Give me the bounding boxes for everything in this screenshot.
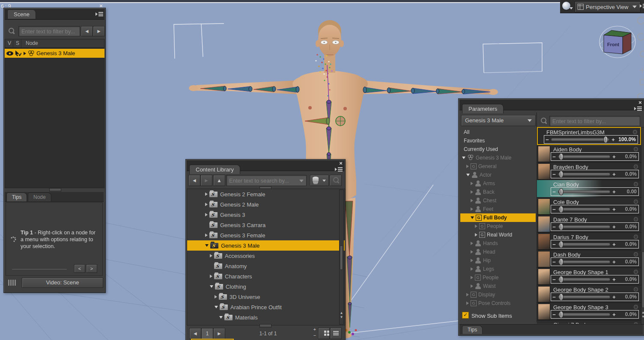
category-expand-icon[interactable] — [471, 182, 473, 185]
category-expand-icon[interactable] — [462, 157, 465, 159]
slider-track[interactable] — [558, 173, 610, 176]
tree-expand-icon[interactable] — [219, 316, 223, 319]
slider-track[interactable] — [558, 225, 610, 228]
tree-expand-icon[interactable] — [205, 192, 208, 196]
cl-scrollbar[interactable]: ▲ ▼ — [339, 189, 344, 325]
param-category-item[interactable]: Arms — [460, 179, 536, 188]
param-category-item[interactable]: GDisplay — [460, 290, 536, 299]
cl-scroll-up-icon[interactable]: ▲ — [340, 311, 343, 315]
slider-track[interactable] — [558, 243, 610, 246]
param-scrollbar-thumb[interactable] — [642, 251, 644, 308]
content-tree-item[interactable]: Genesis 3 Carrara — [187, 220, 345, 230]
param-tips-tab[interactable]: Tips — [462, 325, 483, 334]
slider-decrement-button[interactable]: − — [551, 171, 557, 177]
scene-tab[interactable]: Scene — [7, 9, 36, 19]
parameters-menu-icon[interactable] — [634, 106, 642, 112]
scene-splitter-grip[interactable] — [49, 188, 61, 192]
cl-zoom-out-button[interactable]: − — [312, 333, 318, 338]
category-expand-icon[interactable] — [471, 242, 473, 245]
param-category-item[interactable]: Genesis 3 Male — [460, 154, 536, 162]
content-tree-item[interactable]: Genesis 3 Female — [187, 230, 345, 240]
content-tree-item[interactable]: Arabian Prince Outfit — [187, 302, 345, 312]
param-scrollbar[interactable]: ▲ ▼ — [641, 127, 644, 325]
param-scroll-down-icon[interactable]: ▼ — [641, 315, 644, 319]
tip-next-button[interactable]: > — [86, 264, 97, 273]
cl-database-button[interactable] — [310, 175, 329, 186]
selection-cursor-icon[interactable] — [15, 50, 21, 56]
category-expand-icon[interactable] — [471, 207, 473, 211]
slider-increment-button[interactable]: + — [611, 276, 617, 283]
slider-decrement-button[interactable]: − — [551, 276, 557, 283]
category-expand-icon[interactable] — [471, 190, 473, 194]
content-tree-item[interactable]: Genesis 3 Male — [187, 240, 345, 251]
scene-node-row[interactable]: Genesis 3 Male — [5, 49, 104, 58]
slider-gear-icon[interactable]: ⚙ — [633, 304, 639, 310]
slider-handle[interactable] — [559, 171, 564, 178]
camera-orb-dropdown-icon[interactable] — [569, 7, 573, 9]
param-category-item[interactable]: Legs — [460, 265, 536, 273]
param-category-item[interactable]: Waist — [460, 282, 536, 290]
show-sub-items-row[interactable]: ✓ Show Sub Items — [462, 312, 535, 319]
slider-handle[interactable] — [559, 311, 564, 318]
slider-handle[interactable] — [559, 153, 564, 160]
category-expand-icon[interactable] — [466, 174, 470, 176]
slider-decrement-button[interactable]: − — [551, 154, 557, 160]
cl-page-prev-button[interactable]: ◄ — [189, 328, 201, 339]
param-category-item[interactable]: GFull Body — [460, 213, 536, 222]
slider-gear-icon[interactable]: ⚙ — [633, 286, 639, 293]
view-cube[interactable]: Front — [598, 24, 637, 59]
viewport-menu-icon[interactable] — [640, 3, 644, 9]
slider-decrement-button[interactable]: − — [551, 259, 557, 265]
param-category-item[interactable]: GPose Controls — [460, 299, 536, 307]
parameters-close-icon[interactable]: × — [637, 100, 644, 106]
tree-expand-icon[interactable] — [205, 213, 208, 216]
scene-node-expand-icon[interactable] — [24, 52, 26, 55]
slider-handle[interactable] — [559, 276, 564, 283]
param-filter-input[interactable] — [550, 116, 640, 126]
slider-decrement-button[interactable]: − — [551, 294, 557, 300]
slider-track[interactable] — [558, 208, 610, 211]
slider-gear-icon[interactable]: ⚙ — [633, 269, 639, 275]
scene-filter-inputbox[interactable] — [18, 26, 80, 36]
cl-back-button[interactable]: ◄ — [188, 175, 200, 186]
cl-search-chevron-icon[interactable] — [299, 180, 304, 182]
parameters-tab[interactable]: Parameters — [462, 104, 504, 113]
param-category-item[interactable]: Currently Used — [460, 145, 536, 154]
tree-expand-icon[interactable] — [205, 234, 208, 237]
slider-handle[interactable] — [559, 188, 564, 195]
slider-increment-button[interactable]: + — [611, 154, 617, 160]
cl-page-number[interactable]: 1 — [201, 328, 213, 339]
scene-tree-area[interactable] — [5, 48, 104, 188]
content-tree-item[interactable]: Materials — [187, 312, 345, 322]
slider-increment-button[interactable]: + — [611, 259, 617, 265]
cl-scroll-down-icon[interactable]: ▼ — [340, 315, 343, 319]
scene-prev-button[interactable]: ◄ — [81, 26, 93, 36]
content-tree-item[interactable]: Characters — [187, 271, 345, 281]
cl-forward-button[interactable]: ► — [200, 175, 212, 186]
slider-increment-button[interactable]: + — [611, 171, 617, 177]
category-expand-icon[interactable] — [471, 284, 473, 288]
cl-scrollbar-thumb[interactable] — [340, 245, 343, 270]
node-tab[interactable]: Node — [28, 192, 51, 201]
tree-expand-icon[interactable] — [210, 275, 212, 278]
param-category-item[interactable]: Actor — [460, 171, 536, 179]
slider-increment-button[interactable]: + — [611, 311, 617, 318]
param-category-item[interactable]: Favorites — [460, 136, 536, 145]
slider-decrement-button[interactable]: − — [551, 189, 557, 195]
category-expand-icon[interactable] — [471, 216, 474, 219]
slider-increment-button[interactable]: + — [611, 206, 617, 213]
view-selector-button[interactable]: Perspective View — [575, 1, 641, 12]
param-target-dropdown[interactable]: Genesis 3 Male — [461, 115, 536, 126]
slider-decrement-button[interactable]: − — [551, 241, 557, 248]
slider-track[interactable] — [558, 296, 610, 299]
video-scene-button[interactable]: Video: Scene — [22, 278, 103, 288]
tip-prev-button[interactable]: < — [74, 264, 85, 273]
slider-decrement-button[interactable]: − — [544, 136, 550, 143]
cl-bottom-grip[interactable] — [259, 324, 271, 328]
tree-expand-icon[interactable] — [205, 203, 208, 206]
param-category-item[interactable]: Hands — [460, 239, 536, 248]
scene-next-button[interactable]: ► — [93, 26, 105, 36]
slider-increment-button[interactable]: + — [611, 224, 617, 230]
content-tree-item[interactable]: Accessories — [187, 251, 345, 261]
slider-handle[interactable] — [559, 293, 564, 301]
